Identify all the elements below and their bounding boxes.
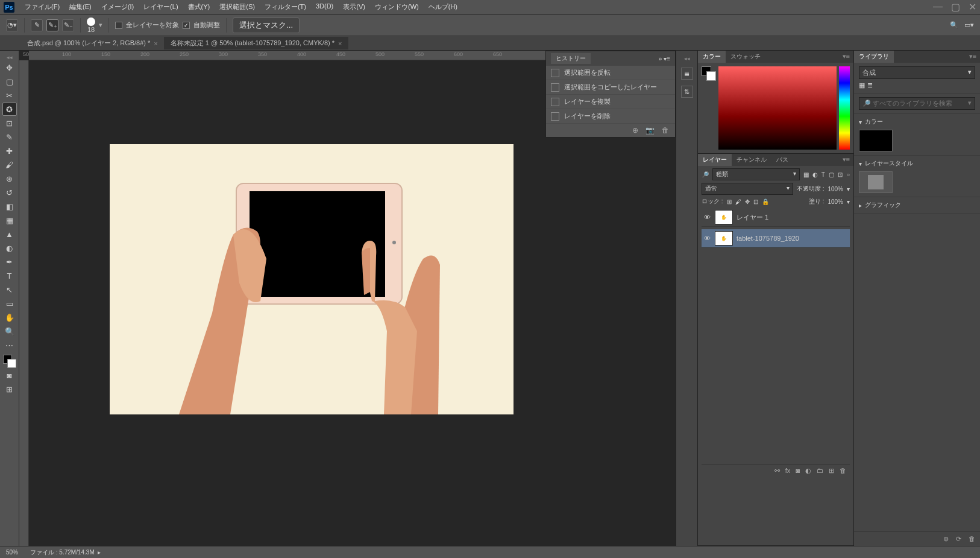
trash-icon[interactable]: 🗑 [662,126,669,135]
menu-window[interactable]: ウィンドウ(W) [371,1,423,13]
minimize-icon[interactable]: — [933,1,943,13]
blend-mode-dropdown[interactable]: 通常▾ [702,183,793,195]
dropdown-icon[interactable]: ▾ [847,198,850,205]
history-panel-tab[interactable]: ヒストリー » ▾≡ [546,51,675,66]
filter-shape-icon[interactable]: ▢ [829,171,834,178]
lock-position-icon[interactable]: ✥ [745,198,750,205]
crop-tool-icon[interactable]: ⊡ [2,116,17,130]
hand-tool-icon[interactable]: ✋ [2,311,17,324]
document-tab[interactable]: 名称未設定 1 @ 50% (tablet-1075789_1920, CMYK… [165,37,349,49]
history-item[interactable]: 選択範囲をコピーしたレイヤー [546,80,675,95]
panel-menu-icon[interactable]: ▾≡ [966,51,980,63]
lib-section-layerstyle[interactable]: レイヤースタイル [859,159,975,168]
rectangle-tool-icon[interactable]: ▭ [2,297,17,310]
blur-tool-icon[interactable]: ▲ [2,227,17,241]
menu-edit[interactable]: 編集(E) [65,1,96,13]
visibility-icon[interactable]: 👁 [703,235,711,242]
document-tab[interactable]: 合成.psd @ 100% (レイヤー 2, RGB/8#) * × [21,37,165,49]
clone-tool-icon[interactable]: ⊛ [2,172,17,185]
library-search-input[interactable]: 🔎 すべてのライブラリを検索▾ [859,97,975,110]
panel-menu-icon[interactable]: ▾≡ [839,154,853,166]
workspace-icon[interactable]: ▭▾ [964,21,974,29]
expand-icon[interactable]: ◂◂ [684,55,690,62]
filter-adjust-icon[interactable]: ◐ [812,171,818,178]
dropdown-icon[interactable]: ▾ [847,186,850,192]
layer-style-icon[interactable]: fx [785,467,791,475]
sync-icon[interactable]: ⟳ [956,535,961,543]
fill-value[interactable]: 100% [828,198,843,205]
add-content-icon[interactable]: ⊕ [943,535,949,543]
lock-artboard-icon[interactable]: ⊡ [753,198,758,205]
trash-icon[interactable]: 🗑 [840,467,846,475]
visibility-icon[interactable]: 👁 [703,214,711,221]
document-info[interactable]: ファイル : 5.72M/14.3M▸ [30,548,101,557]
move-tool-icon[interactable]: ✥ [2,61,17,74]
search-icon[interactable]: 🔎 [702,171,709,178]
library-select-dropdown[interactable]: 合成▾ [859,66,975,79]
filter-pixel-icon[interactable]: ▦ [803,171,809,178]
color-fgbg-mini[interactable] [702,66,716,150]
trash-icon[interactable]: 🗑 [969,535,975,543]
collapse-icon[interactable]: » [659,55,662,62]
screen-mode-icon[interactable]: ⊞ [2,382,17,396]
search-icon[interactable]: 🔍 [950,21,958,29]
lock-all-icon[interactable]: 🔒 [762,198,769,205]
tab-paths[interactable]: パス [771,154,793,166]
filter-type-icon[interactable]: T [821,171,825,178]
tab-close-icon[interactable]: × [338,40,342,47]
healing-tool-icon[interactable]: ✚ [2,144,17,157]
layer-mask-icon[interactable]: ◙ [796,467,800,475]
dodge-tool-icon[interactable]: ◐ [2,241,17,255]
collapse-icon[interactable]: ◂◂ [7,54,13,60]
new-layer-icon[interactable]: ⊞ [829,467,834,475]
adjustment-layer-icon[interactable]: ◐ [805,467,811,475]
opacity-value[interactable]: 100% [828,186,843,192]
tab-close-icon[interactable]: × [154,40,157,47]
history-brush-tool-icon[interactable]: ↺ [2,186,17,199]
lasso-tool-icon[interactable]: ✂ [2,89,17,102]
hue-slider[interactable] [839,66,850,150]
lock-brush-icon[interactable]: 🖌 [735,198,741,205]
tab-swatches[interactable]: スウォッチ [726,51,765,63]
more-tools-icon[interactable]: ⋯ [2,338,17,352]
color-field[interactable] [718,66,837,150]
menu-view[interactable]: 表示(V) [339,1,369,13]
history-item[interactable]: レイヤーを複製 [546,95,675,109]
quick-select-tool-icon[interactable]: ✪ [2,103,17,116]
tool-preset-dropdown[interactable]: ◔▾ [6,19,18,31]
quick-select-new-icon[interactable]: ✎ [31,19,43,31]
background-color[interactable] [7,359,16,368]
panel-menu-icon[interactable]: ▾≡ [664,55,670,62]
grid-view-icon[interactable]: ▦ [859,81,865,89]
menu-help[interactable]: ヘルプ(H) [424,1,462,13]
filter-toggle-icon[interactable]: ○ [846,171,850,178]
link-layers-icon[interactable]: ⚯ [774,467,780,475]
lib-color-swatch[interactable] [859,130,893,151]
layer-item[interactable]: 👁 ✋ tablet-1075789_1920 [702,229,850,248]
tab-layers[interactable]: レイヤー [698,154,732,166]
menu-filter[interactable]: フィルター(T) [260,1,310,13]
sample-all-layers-checkbox[interactable] [115,22,122,29]
auto-enhance-checkbox[interactable] [183,22,190,29]
select-and-mask-button[interactable]: 選択とマスク... [233,17,300,33]
snapshot-icon[interactable]: 📷 [645,126,655,135]
maximize-icon[interactable]: ▢ [951,1,960,13]
brush-dropdown-icon[interactable]: ▾ [99,21,102,29]
menu-select[interactable]: 選択範囲(S) [215,1,259,13]
panel-menu-icon[interactable]: ▾≡ [839,51,853,63]
quick-select-sub-icon[interactable]: ✎₋ [62,19,74,31]
create-document-icon[interactable]: ⊕ [632,126,638,135]
menu-3d[interactable]: 3D(D) [312,1,338,13]
collapsed-panel-icon[interactable]: ⇅ [681,86,693,98]
menu-type[interactable]: 書式(Y) [184,1,215,13]
type-tool-icon[interactable]: T [2,269,17,282]
brush-size-control[interactable]: 18 [87,17,95,33]
marquee-tool-icon[interactable]: ▢ [2,75,17,88]
brush-tool-icon[interactable]: 🖌 [2,158,17,171]
list-view-icon[interactable]: ≣ [867,81,873,89]
tab-libraries[interactable]: ライブラリ [854,51,894,63]
layer-item[interactable]: 👁 ✋ レイヤー 1 [702,208,850,227]
menu-file[interactable]: ファイル(F) [20,1,64,13]
close-icon[interactable]: ✕ [969,1,976,13]
history-item[interactable]: レイヤーを削除 [546,109,675,124]
